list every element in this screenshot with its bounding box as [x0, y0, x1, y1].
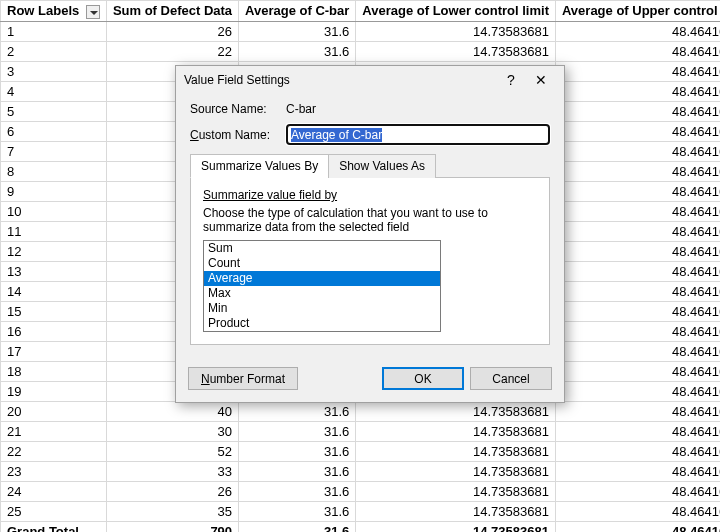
header-defect[interactable]: Sum of Defect Data [106, 1, 238, 22]
cell-label[interactable]: 13 [1, 261, 107, 281]
cell-lcl[interactable]: 14.73583681 [356, 21, 556, 41]
cell-ucl[interactable]: 48.46416319 [555, 221, 720, 241]
cell-defect[interactable]: 26 [106, 481, 238, 501]
cell-lcl[interactable]: 14.73583681 [356, 401, 556, 421]
cell-label[interactable]: 3 [1, 61, 107, 81]
calc-option-max[interactable]: Max [204, 286, 440, 301]
cell-cbar[interactable]: 31.6 [239, 421, 356, 441]
cell-label[interactable]: 22 [1, 441, 107, 461]
cell-label[interactable]: 8 [1, 161, 107, 181]
close-icon[interactable]: ✕ [526, 72, 556, 88]
cell-label[interactable]: 17 [1, 341, 107, 361]
calc-option-sum[interactable]: Sum [204, 241, 440, 256]
cell-ucl[interactable]: 48.46416319 [555, 321, 720, 341]
cell-cbar[interactable]: 31.6 [239, 41, 356, 61]
cell-ucl[interactable]: 48.46416319 [555, 281, 720, 301]
cell-ucl[interactable]: 48.46416319 [555, 301, 720, 321]
cell-ucl[interactable]: 48.46416319 [555, 501, 720, 521]
grand-lcl[interactable]: 14.73583681 [356, 521, 556, 532]
cell-ucl[interactable]: 48.46416319 [555, 121, 720, 141]
ok-button[interactable]: OK [382, 367, 464, 390]
cell-label[interactable]: 19 [1, 381, 107, 401]
cancel-button[interactable]: Cancel [470, 367, 552, 390]
calculation-listbox[interactable]: SumCountAverageMaxMinProduct [203, 240, 441, 332]
cell-ucl[interactable]: 48.46416319 [555, 421, 720, 441]
cell-label[interactable]: 15 [1, 301, 107, 321]
cell-label[interactable]: 10 [1, 201, 107, 221]
cell-ucl[interactable]: 48.46416319 [555, 41, 720, 61]
cell-ucl[interactable]: 48.46416319 [555, 61, 720, 81]
cell-cbar[interactable]: 31.6 [239, 501, 356, 521]
cell-ucl[interactable]: 48.46416319 [555, 261, 720, 281]
grand-defect[interactable]: 790 [106, 521, 238, 532]
cell-ucl[interactable]: 48.46416319 [555, 441, 720, 461]
cell-label[interactable]: 24 [1, 481, 107, 501]
cell-label[interactable]: 25 [1, 501, 107, 521]
cell-lcl[interactable]: 14.73583681 [356, 481, 556, 501]
cell-ucl[interactable]: 48.46416319 [555, 341, 720, 361]
calc-option-count[interactable]: Count [204, 256, 440, 271]
cell-defect[interactable]: 22 [106, 41, 238, 61]
cell-label[interactable]: 4 [1, 81, 107, 101]
cell-label[interactable]: 23 [1, 461, 107, 481]
grand-label[interactable]: Grand Total [1, 521, 107, 532]
cell-ucl[interactable]: 48.46416319 [555, 381, 720, 401]
cell-ucl[interactable]: 48.46416319 [555, 141, 720, 161]
cell-defect[interactable]: 52 [106, 441, 238, 461]
cell-ucl[interactable]: 48.46416319 [555, 81, 720, 101]
cell-cbar[interactable]: 31.6 [239, 461, 356, 481]
header-cbar[interactable]: Average of C-bar [239, 1, 356, 22]
cell-label[interactable]: 6 [1, 121, 107, 141]
header-ucl[interactable]: Average of Upper control limit [555, 1, 720, 22]
tab-show-values-as[interactable]: Show Values As [328, 154, 436, 178]
cell-ucl[interactable]: 48.46416319 [555, 241, 720, 261]
cell-label[interactable]: 11 [1, 221, 107, 241]
cell-cbar[interactable]: 31.6 [239, 441, 356, 461]
cell-label[interactable]: 20 [1, 401, 107, 421]
cell-label[interactable]: 2 [1, 41, 107, 61]
cell-ucl[interactable]: 48.46416319 [555, 361, 720, 381]
filter-dropdown-icon[interactable] [86, 5, 100, 19]
cell-defect[interactable]: 33 [106, 461, 238, 481]
cell-ucl[interactable]: 48.46416319 [555, 401, 720, 421]
header-lcl[interactable]: Average of Lower control limit [356, 1, 556, 22]
cell-defect[interactable]: 30 [106, 421, 238, 441]
cell-lcl[interactable]: 14.73583681 [356, 441, 556, 461]
tab-summarize-values-by[interactable]: Summarize Values By [190, 154, 329, 178]
cell-cbar[interactable]: 31.6 [239, 21, 356, 41]
header-row-labels[interactable]: Row Labels [1, 1, 107, 22]
cell-lcl[interactable]: 14.73583681 [356, 461, 556, 481]
cell-label[interactable]: 18 [1, 361, 107, 381]
grand-cbar[interactable]: 31.6 [239, 521, 356, 532]
cell-cbar[interactable]: 31.6 [239, 401, 356, 421]
dialog-titlebar[interactable]: Value Field Settings ? ✕ [176, 66, 564, 94]
cell-label[interactable]: 7 [1, 141, 107, 161]
cell-label[interactable]: 16 [1, 321, 107, 341]
cell-ucl[interactable]: 48.46416319 [555, 201, 720, 221]
cell-ucl[interactable]: 48.46416319 [555, 101, 720, 121]
cell-lcl[interactable]: 14.73583681 [356, 41, 556, 61]
calc-option-average[interactable]: Average [204, 271, 440, 286]
cell-label[interactable]: 21 [1, 421, 107, 441]
cell-ucl[interactable]: 48.46416319 [555, 181, 720, 201]
custom-name-input[interactable] [286, 124, 550, 145]
cell-defect[interactable]: 40 [106, 401, 238, 421]
calc-option-product[interactable]: Product [204, 316, 440, 331]
cell-ucl[interactable]: 48.46416319 [555, 21, 720, 41]
cell-defect[interactable]: 35 [106, 501, 238, 521]
number-format-button[interactable]: Number Format [188, 367, 298, 390]
cell-lcl[interactable]: 14.73583681 [356, 501, 556, 521]
cell-defect[interactable]: 26 [106, 21, 238, 41]
cell-label[interactable]: 14 [1, 281, 107, 301]
cell-ucl[interactable]: 48.46416319 [555, 161, 720, 181]
cell-label[interactable]: 5 [1, 101, 107, 121]
cell-cbar[interactable]: 31.6 [239, 481, 356, 501]
cell-ucl[interactable]: 48.46416319 [555, 481, 720, 501]
cell-label[interactable]: 9 [1, 181, 107, 201]
cell-label[interactable]: 1 [1, 21, 107, 41]
help-icon[interactable]: ? [496, 72, 526, 88]
grand-ucl[interactable]: 48.46416319 [555, 521, 720, 532]
cell-label[interactable]: 12 [1, 241, 107, 261]
cell-lcl[interactable]: 14.73583681 [356, 421, 556, 441]
cell-ucl[interactable]: 48.46416319 [555, 461, 720, 481]
